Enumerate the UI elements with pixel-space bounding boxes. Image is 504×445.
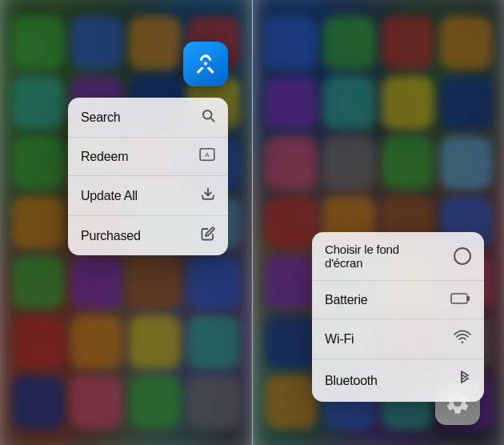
- menu-item-search-label: Search: [81, 110, 121, 125]
- download-icon: [201, 186, 215, 205]
- svg-rect-5: [451, 294, 467, 303]
- menu-item-search[interactable]: Search: [68, 98, 228, 138]
- menu-item-wifi[interactable]: Wi-Fi: [312, 319, 484, 359]
- menu-item-battery-label: Batterie: [325, 293, 368, 307]
- right-context-menu: Choisir le fondd'écran Batterie Wi-Fi: [312, 232, 484, 402]
- menu-item-update-all-label: Update All: [81, 189, 138, 203]
- edit-icon: [201, 227, 215, 245]
- battery-icon: [450, 291, 471, 308]
- menu-item-redeem[interactable]: Redeem A: [68, 138, 228, 176]
- bluetooth-icon: [458, 370, 471, 391]
- menu-item-bluetooth-label: Bluetooth: [325, 374, 378, 388]
- menu-item-bluetooth[interactable]: Bluetooth: [312, 359, 484, 402]
- appstore-icon[interactable]: [183, 42, 228, 86]
- menu-item-update-all[interactable]: Update All: [68, 176, 228, 216]
- menu-item-purchased-label: Purchased: [81, 229, 141, 243]
- redeem-icon: A: [199, 148, 215, 165]
- menu-item-wallpaper-label: Choisir le fondd'écran: [325, 243, 399, 270]
- menu-item-redeem-label: Redeem: [81, 150, 128, 164]
- left-context-menu: Search Redeem A Update All: [68, 98, 228, 255]
- svg-rect-6: [467, 296, 470, 301]
- wifi-icon: [454, 330, 471, 348]
- right-panel: Choisir le fondd'écran Batterie Wi-Fi: [253, 0, 505, 445]
- svg-text:A: A: [205, 151, 210, 158]
- menu-item-wifi-label: Wi-Fi: [325, 332, 354, 347]
- wallpaper-icon: [454, 247, 471, 265]
- menu-item-purchased[interactable]: Purchased: [68, 216, 228, 255]
- search-icon: [201, 108, 215, 126]
- svg-line-1: [210, 118, 214, 121]
- menu-item-wallpaper[interactable]: Choisir le fondd'écran: [312, 232, 484, 281]
- left-panel: Search Redeem A Update All: [0, 0, 252, 445]
- menu-item-battery[interactable]: Batterie: [312, 281, 484, 319]
